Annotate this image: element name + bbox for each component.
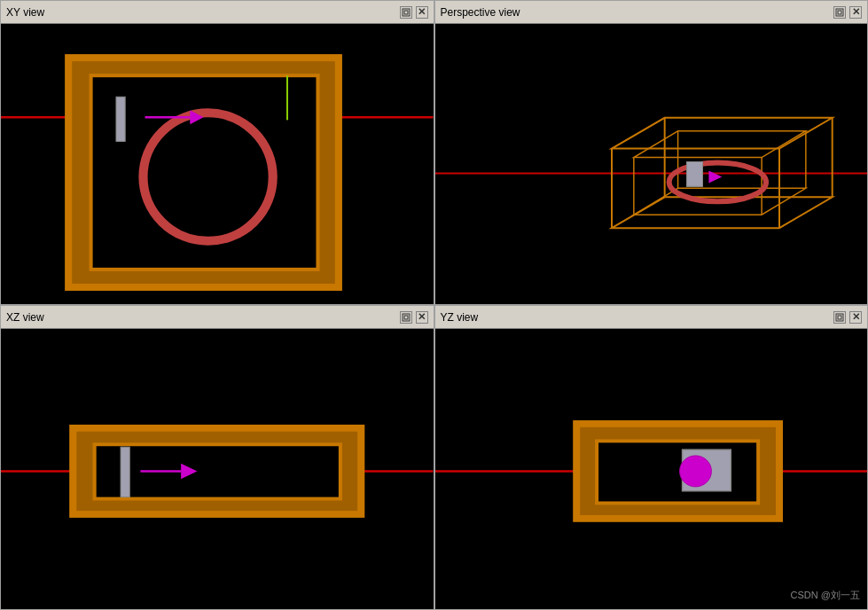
panel-controls-xy: ✕ [400,6,428,19]
svg-rect-11 [838,11,841,14]
panel-perspective: Perspective view ✕ [434,0,869,305]
svg-rect-6 [116,97,125,141]
close-btn-xy[interactable]: ✕ [416,6,428,19]
main-grid: XY view ✕ [0,0,868,610]
svg-point-25 [669,163,765,202]
panel-header-yz: YZ view ✕ [435,306,868,329]
svg-rect-37 [836,314,843,321]
panel-title-perspective: Perspective view [441,6,520,19]
svg-rect-29 [403,314,410,321]
maximize-btn-xy[interactable] [400,6,412,19]
svg-marker-14 [611,118,832,149]
panel-content-xz [1,329,434,609]
maximize-btn-perspective[interactable] [833,6,846,19]
panel-title-yz: YZ view [441,311,479,324]
panel-header-xz: XZ view ✕ [1,306,434,329]
close-btn-yz[interactable]: ✕ [849,311,862,324]
svg-rect-30 [404,316,408,319]
panel-controls-xz: ✕ [400,311,428,324]
xz-svg [1,329,434,609]
xy-svg [1,24,434,304]
panel-controls-perspective: ✕ [833,6,862,19]
maximize-btn-yz[interactable] [833,311,846,324]
svg-rect-38 [838,316,841,319]
svg-rect-33 [95,444,340,498]
perspective-svg [435,24,868,304]
svg-rect-41 [597,441,758,503]
panel-header-perspective: Perspective view ✕ [435,1,868,24]
close-btn-xz[interactable]: ✕ [416,311,428,324]
panel-content-yz: CSDN @刘一五 [435,329,868,609]
panel-controls-yz: ✕ [833,311,862,324]
svg-rect-34 [121,447,129,497]
svg-rect-1 [404,11,408,14]
panel-yz: YZ view ✕ [434,305,869,610]
panel-xz: XZ view ✕ [0,305,434,610]
panel-title-xy: XY view [6,6,44,19]
yz-svg [435,329,868,609]
panel-title-xz: XZ view [6,311,44,324]
svg-rect-10 [836,9,843,16]
panel-content-xy [1,24,434,304]
watermark: CSDN @刘一五 [791,589,860,602]
maximize-btn-xz[interactable] [400,311,412,324]
panel-xy: XY view ✕ [0,0,434,305]
panel-header-xy: XY view ✕ [1,1,434,24]
svg-point-43 [679,456,711,487]
svg-rect-0 [403,9,410,16]
svg-rect-26 [686,162,702,187]
close-btn-perspective[interactable]: ✕ [849,6,862,19]
panel-content-perspective [435,24,868,304]
